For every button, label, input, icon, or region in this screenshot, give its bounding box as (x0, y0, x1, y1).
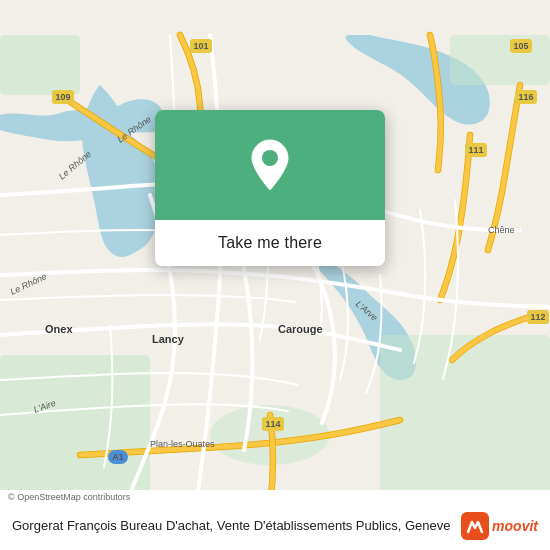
moovit-text: moovit (492, 518, 538, 534)
map-svg: 101 109 105 111 116 112 114 A1 Onex Lanc… (0, 0, 550, 550)
svg-rect-2 (450, 35, 550, 85)
svg-rect-1 (0, 35, 80, 95)
svg-text:101: 101 (193, 41, 208, 51)
svg-rect-4 (380, 335, 550, 515)
svg-point-32 (262, 150, 278, 166)
attribution: © OpenStreetMap contributors (0, 490, 550, 504)
svg-text:111: 111 (468, 145, 483, 155)
svg-text:Plan-les-Ouates: Plan-les-Ouates (150, 439, 215, 449)
map-container: 101 109 105 111 116 112 114 A1 Onex Lanc… (0, 0, 550, 550)
svg-text:109: 109 (55, 92, 70, 102)
card-map-area (155, 110, 385, 220)
svg-text:Chêne: Chêne (488, 225, 515, 235)
moovit-icon (461, 512, 489, 540)
svg-text:114: 114 (265, 419, 280, 429)
pin-icon (248, 138, 292, 192)
moovit-logo: moovit (461, 512, 538, 540)
svg-text:112: 112 (530, 312, 545, 322)
svg-text:Carouge: Carouge (278, 323, 323, 335)
svg-text:105: 105 (513, 41, 528, 51)
bottom-bar: © OpenStreetMap contributors Gorgerat Fr… (0, 490, 550, 550)
svg-text:Lancy: Lancy (152, 333, 185, 345)
svg-text:A1: A1 (112, 452, 124, 462)
take-me-there-button[interactable]: Take me there (155, 220, 385, 266)
place-info: Gorgerat François Bureau D'achat, Vente … (0, 504, 550, 550)
svg-text:Onex: Onex (45, 323, 73, 335)
location-card: Take me there (155, 110, 385, 266)
place-name: Gorgerat François Bureau D'achat, Vente … (12, 517, 451, 535)
svg-text:116: 116 (518, 92, 533, 102)
